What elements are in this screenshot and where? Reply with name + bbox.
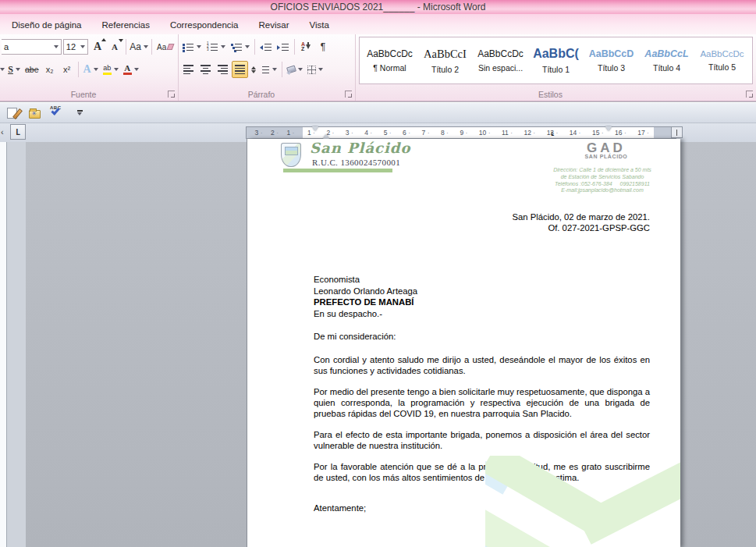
edit-document-button[interactable] — [4, 105, 20, 121]
font-dialog-launcher[interactable] — [168, 91, 175, 98]
shading-button[interactable] — [286, 61, 304, 78]
bullets-button[interactable] — [180, 38, 203, 55]
parish-crest-icon — [281, 143, 301, 167]
style-titulo-1[interactable]: AaBbC( Título 1 — [528, 39, 584, 82]
document-page[interactable]: San Plácido R.U.C. 1360024570001 GAD SAN… — [247, 139, 680, 547]
text-effects-button[interactable]: A — [82, 61, 100, 78]
ruler-text-area: L 1 2 3 4 5 6 7 8 9 10 11 12 13 14 15 16… — [303, 127, 654, 138]
clear-formatting-icon: Aa — [157, 43, 166, 52]
font-size-value: 12 — [66, 42, 76, 52]
quick-toolbar: ABC — [0, 102, 756, 123]
shrink-font-icon: A — [112, 42, 118, 52]
font-size-combobox[interactable]: 12 — [63, 39, 88, 55]
styles-group-label: Estilos — [356, 90, 745, 99]
style-titulo-3[interactable]: AaBbCcD Título 3 — [584, 39, 639, 82]
font-group-label: Fuente — [0, 90, 167, 99]
grow-font-button[interactable]: A — [90, 38, 105, 55]
superscript-button[interactable]: x² — [59, 61, 75, 78]
increase-indent-icon — [277, 42, 289, 52]
style-normal[interactable]: AaBbCcDc ¶ Normal — [362, 39, 417, 82]
strikethrough-button[interactable]: abe — [23, 61, 41, 78]
folder-icon — [29, 110, 41, 119]
chevron-down-icon[interactable] — [54, 45, 59, 48]
tab-stop-selector[interactable]: L — [10, 124, 26, 140]
align-center-icon — [200, 64, 211, 75]
font-name-combobox[interactable]: a — [2, 39, 62, 55]
sort-button[interactable]: A Z — [298, 38, 314, 55]
left-pane-band — [7, 142, 26, 547]
text-effects-icon: A — [83, 63, 91, 76]
chevron-down-icon — [272, 68, 277, 71]
show-paragraph-marks-button[interactable]: ¶ — [315, 38, 331, 55]
justify-icon — [234, 64, 246, 75]
tab-vista[interactable]: Vista — [299, 16, 339, 34]
chevron-down-icon — [94, 68, 98, 71]
shrink-font-button[interactable]: A — [107, 38, 122, 55]
strikethrough-icon: abe — [25, 65, 39, 74]
horizontal-ruler[interactable]: 3 2 1 L 1 2 3 4 5 6 7 8 9 10 11 12 13 14… — [246, 126, 676, 139]
reference-line: Of. 027-2021-GPSP-GGC — [513, 222, 650, 233]
align-right-button[interactable] — [215, 61, 230, 78]
letterhead-green-bar — [283, 169, 392, 172]
subscript-button[interactable]: x₂ — [42, 61, 58, 78]
address-line: Dirección: Calle 1 de diciembre a 50 mts — [522, 167, 680, 174]
underline-icon: S — [8, 64, 13, 76]
font-color-button[interactable]: A — [122, 61, 140, 78]
style-titulo-5[interactable]: AaBbCcDc Título 5 — [694, 39, 750, 82]
chevron-down-icon — [298, 68, 303, 71]
open-folder-button[interactable] — [27, 105, 42, 121]
styles-group: AaBbCcDc ¶ Normal AaBbCcI Título 2 AaBbC… — [356, 34, 756, 101]
chevron-down-icon[interactable] — [80, 45, 85, 48]
clear-formatting-button[interactable]: Aa — [155, 38, 175, 55]
tab-referencias[interactable]: Referencias — [92, 16, 160, 34]
align-left-icon — [183, 64, 194, 75]
style-sin-espaciado[interactable]: AaBbCcDc Sin espaci... — [473, 39, 528, 82]
recipient-title: Economista — [314, 274, 417, 286]
paragraph-dialog-launcher[interactable] — [345, 91, 352, 98]
decrease-indent-button[interactable] — [258, 38, 274, 55]
numbering-icon — [206, 42, 218, 52]
font-name-value: a — [4, 42, 9, 52]
line-spacing-button[interactable] — [250, 61, 279, 78]
align-center-button[interactable] — [197, 61, 213, 78]
first-line-indent-marker[interactable] — [312, 126, 318, 131]
numbering-button[interactable] — [204, 38, 227, 55]
chevron-down-icon — [144, 45, 148, 48]
increase-indent-button[interactable] — [275, 38, 291, 55]
recipient-position: PREFECTO DE MANABÍ — [314, 297, 417, 308]
tab-diseno-de-pagina[interactable]: Diseño de página — [2, 16, 92, 34]
tab-correspondencia[interactable]: Correspondencia — [160, 16, 249, 34]
multilevel-list-button[interactable] — [229, 38, 251, 55]
toolbar-options-button[interactable] — [72, 105, 87, 121]
chevron-down-icon — [221, 45, 225, 48]
left-pane-edge[interactable] — [0, 142, 7, 547]
style-titulo-2[interactable]: AaBbCcI Título 2 — [417, 39, 473, 82]
body-paragraph: Con cordial y atento saludo me dirijo a … — [314, 354, 650, 376]
font-group-row2: S abe x₂ x² A ab — [0, 56, 178, 80]
spellcheck-button[interactable]: ABC — [49, 105, 65, 121]
document-canvas: San Plácido R.U.C. 1360024570001 GAD SAN… — [0, 142, 756, 547]
style-titulo-4[interactable]: AaBbCcL Título 4 — [639, 39, 694, 82]
chevron-down-icon — [134, 68, 139, 71]
change-case-icon: Aa — [130, 41, 141, 52]
gad-logo-title: GAD — [558, 142, 655, 154]
align-left-button[interactable] — [180, 61, 196, 78]
body-paragraph: Por medio del presente tengo a bien soli… — [314, 386, 650, 419]
tab-revisar[interactable]: Revisar — [248, 16, 299, 34]
tab-stop-marker[interactable]: L — [551, 131, 554, 137]
underline-button[interactable]: S — [6, 61, 22, 78]
justify-button[interactable] — [232, 61, 248, 78]
chevron-down-icon[interactable] — [0, 68, 5, 71]
letterhead-address: Dirección: Calle 1 de diciembre a 50 mts… — [522, 167, 680, 194]
collapse-pane-icon[interactable]: ‹ — [1, 127, 4, 137]
highlight-button[interactable]: ab — [101, 61, 120, 78]
styles-dialog-launcher[interactable] — [746, 91, 753, 98]
change-case-button[interactable]: Aa — [130, 38, 148, 55]
font-group: a 12 A A Aa Aa — [0, 34, 179, 101]
page-watermark — [485, 456, 680, 547]
right-indent-marker[interactable] — [605, 126, 612, 131]
borders-button[interactable] — [306, 61, 325, 78]
align-right-icon — [217, 64, 229, 75]
chevron-down-icon — [245, 45, 250, 48]
font-color-icon: A — [123, 64, 132, 75]
